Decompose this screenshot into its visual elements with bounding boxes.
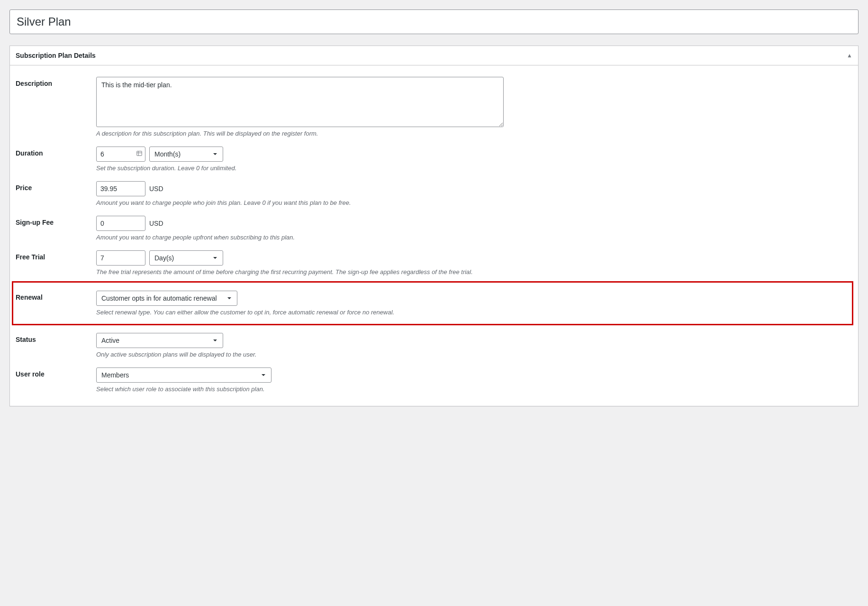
row-description: Description This is the mid-tier plan. A… <box>16 71 852 141</box>
row-signup-fee: Sign-up Fee USD Amount you want to charg… <box>16 210 852 245</box>
duration-help: Set the subscription duration. Leave 0 f… <box>96 165 852 172</box>
user-role-select[interactable]: Members <box>96 367 271 383</box>
plan-title-input[interactable] <box>9 9 859 34</box>
status-select[interactable]: Active <box>96 333 223 348</box>
user-role-label: User role <box>16 367 96 378</box>
signup-fee-help: Amount you want to charge people upfront… <box>96 234 852 241</box>
price-input[interactable] <box>96 181 145 196</box>
status-help: Only active subscription plans will be d… <box>96 351 852 358</box>
signup-fee-currency: USD <box>149 220 163 227</box>
free-trial-label: Free Trial <box>16 250 96 261</box>
panel-header: Subscription Plan Details ▲ <box>10 46 858 65</box>
panel-heading: Subscription Plan Details <box>16 46 96 65</box>
signup-fee-input[interactable] <box>96 216 145 231</box>
free-trial-input[interactable] <box>96 250 145 266</box>
row-duration: Duration Month(s) Set the subscription d… <box>16 141 852 175</box>
duration-input[interactable] <box>96 147 145 162</box>
row-user-role: User role Members Select which user role… <box>16 362 852 396</box>
user-role-help: Select which user role to associate with… <box>96 386 852 393</box>
renewal-help: Select renewal type. You can either allo… <box>96 309 850 316</box>
plan-details-panel: Subscription Plan Details ▲ Description … <box>9 46 859 406</box>
price-currency: USD <box>149 185 163 193</box>
price-help: Amount you want to charge people who joi… <box>96 199 852 206</box>
row-status: Status Active Only active subscription p… <box>16 327 852 362</box>
panel-body: Description This is the mid-tier plan. A… <box>10 65 858 406</box>
status-label: Status <box>16 333 96 343</box>
duration-label: Duration <box>16 147 96 157</box>
row-renewal: Renewal Customer opts in for automatic r… <box>13 282 852 324</box>
price-label: Price <box>16 181 96 192</box>
collapse-toggle-icon[interactable]: ▲ <box>847 52 852 59</box>
description-label: Description <box>16 77 96 87</box>
description-textarea[interactable]: This is the mid-tier plan. <box>96 77 504 127</box>
description-help: A description for this subscription plan… <box>96 130 852 137</box>
renewal-label: Renewal <box>16 291 96 301</box>
renewal-select[interactable]: Customer opts in for automatic renewal <box>96 291 237 306</box>
row-free-trial: Free Trial Day(s) The free trial represe… <box>16 245 852 279</box>
duration-unit-select[interactable]: Month(s) <box>149 147 223 162</box>
free-trial-help: The free trial represents the amount of … <box>96 268 852 275</box>
free-trial-unit-select[interactable]: Day(s) <box>149 250 223 266</box>
signup-fee-label: Sign-up Fee <box>16 216 96 226</box>
row-price: Price USD Amount you want to charge peop… <box>16 175 852 210</box>
